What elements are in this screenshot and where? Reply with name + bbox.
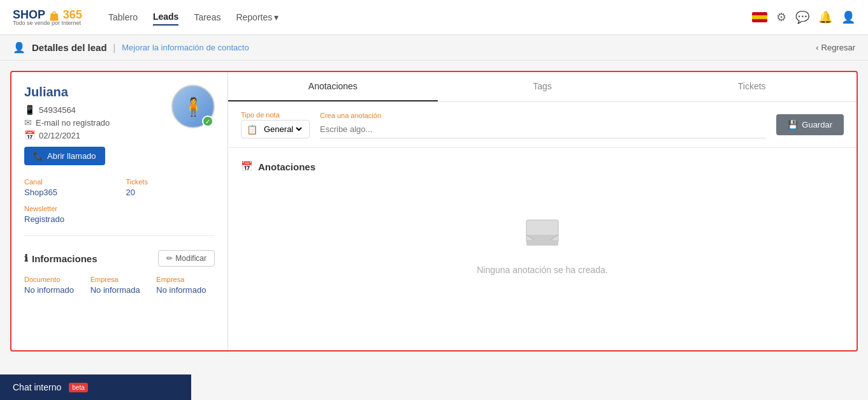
lead-detail-container: Juliana 📱 54934564 ✉ E-mail no registrad… (10, 71, 858, 352)
breadcrumb-bar: 👤 Detalles del lead | Mejorar la informa… (0, 35, 868, 61)
profile-section: Juliana 📱 54934564 ✉ E-mail no registrad… (24, 85, 215, 165)
breadcrumb-user-icon: 👤 (13, 41, 25, 54)
navbar: SHOP 365 Todo se vende por Internet Tabl… (0, 0, 868, 35)
tickets-field: Tickets 20 (126, 178, 215, 197)
chevron-down-icon: ▾ (274, 12, 278, 22)
flag-spain-icon[interactable] (752, 12, 767, 22)
tabs-row: Anotaciones Tags Tickets (228, 72, 857, 102)
informaciones-title: ℹ Informaciones (24, 253, 98, 264)
tipo-nota-select-wrap[interactable]: 📋 General (241, 120, 310, 138)
phone-call-icon: 📞 (33, 151, 43, 161)
canal-label: Canal (24, 178, 113, 186)
newsletter-label: Newsletter (24, 205, 113, 212)
crea-anotacion-group: Crea una anotación (320, 112, 766, 138)
left-panel: Juliana 📱 54934564 ✉ E-mail no registrad… (11, 72, 228, 350)
canal-value: Shop365 (24, 188, 57, 197)
empty-text: Ninguna anotación se ha creada. (477, 265, 607, 275)
note-form-area: Tipo de nota 📋 General Crea una anotació… (228, 102, 857, 148)
main-content: Juliana 📱 54934564 ✉ E-mail no registrad… (0, 61, 868, 362)
calendar-anotaciones-icon: 📅 (241, 161, 253, 172)
tab-anotaciones[interactable]: Anotaciones (228, 72, 438, 101)
avatar-wrap: 🧍 ✓ (171, 85, 215, 128)
modificar-button[interactable]: ✏ Modificar (158, 250, 215, 267)
informaciones-header: ℹ Informaciones ✏ Modificar (24, 250, 215, 267)
nav-tareas[interactable]: Tareas (194, 10, 221, 25)
tipo-nota-label: Tipo de nota (241, 111, 310, 119)
breadcrumb-subtitle[interactable]: Mejorar la información de contacto (122, 43, 249, 52)
nav-tablero[interactable]: Tablero (108, 10, 138, 25)
whatsapp-icon: 📱 (24, 105, 35, 115)
profile-info: Juliana 📱 54934564 ✉ E-mail no registrad… (24, 85, 171, 165)
lead-stats-grid: Canal Shop365 Tickets 20 Newsletter Regi… (24, 178, 215, 224)
anotacion-input[interactable] (320, 121, 766, 138)
user-icon[interactable]: 👤 (841, 10, 855, 24)
email-icon: ✉ (24, 117, 32, 128)
anotaciones-header: 📅 Anotaciones (241, 161, 844, 172)
email-value: E-mail no registrado (36, 118, 110, 128)
date-row: 📅 02/12/2021 (24, 130, 171, 140)
calendar-icon: 📅 (24, 130, 35, 140)
empresa1-value: No informada (90, 285, 140, 295)
chevron-left-icon: ‹ (816, 43, 818, 52)
breadcrumb-left: 👤 Detalles del lead | Mejorar la informa… (13, 41, 249, 54)
avatar-verified-badge: ✓ (202, 115, 213, 127)
documento-field: Documento No informado (24, 276, 83, 295)
nav-leads[interactable]: Leads (153, 9, 178, 26)
empty-inbox-icon (523, 217, 561, 256)
date-value: 02/12/2021 (39, 131, 80, 140)
empresa2-field: Empresa No informado (156, 276, 215, 295)
phone-value: 54934564 (39, 105, 76, 115)
newsletter-field: Newsletter Registrado (24, 205, 113, 224)
tickets-value: 20 (126, 188, 135, 197)
nav-right: ⚙ 💬 🔔 👤 (752, 10, 855, 24)
abrir-llamado-button[interactable]: 📞 Abrir llamado (24, 147, 105, 165)
tickets-label: Tickets (126, 178, 215, 186)
tipo-nota-group: Tipo de nota 📋 General (241, 111, 310, 138)
nav-links: Tablero Leads Tareas Reportes ▾ (108, 9, 733, 26)
email-row: ✉ E-mail no registrado (24, 117, 171, 128)
avatar-figure: 🧍 (182, 96, 205, 117)
logo: SHOP 365 Todo se vende por Internet (13, 8, 89, 26)
empresa2-label: Empresa (156, 276, 215, 283)
divider (24, 235, 215, 236)
info-circle-icon: ℹ (24, 253, 28, 264)
right-panel: Anotaciones Tags Tickets Tipo de nota 📋 … (228, 72, 857, 350)
note-type-icon: 📋 (247, 124, 257, 135)
anotaciones-title: Anotaciones (258, 161, 315, 172)
svg-point-0 (54, 12, 55, 14)
tipo-nota-select[interactable]: General (261, 124, 304, 135)
canal-field: Canal Shop365 (24, 178, 113, 197)
crm-icon[interactable]: ⚙ (776, 10, 786, 24)
anotaciones-content: 📅 Anotaciones Ninguna anotación se ha cr… (228, 148, 857, 350)
empresa2-value: No informado (156, 285, 206, 295)
informaciones-grid: Documento No informado Empresa No inform… (24, 276, 215, 295)
chat-icon[interactable]: 💬 (795, 10, 809, 24)
logo-subtitle: Todo se vende por Internet (13, 20, 82, 26)
documento-value: No informado (24, 285, 74, 295)
informaciones-section: ℹ Informaciones ✏ Modificar Documento No… (24, 248, 215, 295)
bell-icon[interactable]: 🔔 (818, 10, 832, 24)
lead-name: Juliana (24, 85, 171, 100)
nav-reportes[interactable]: Reportes ▾ (236, 10, 278, 25)
breadcrumb-title: Detalles del lead (32, 42, 107, 53)
save-icon: 💾 (788, 120, 798, 130)
tab-tags[interactable]: Tags (438, 72, 647, 101)
svg-rect-2 (526, 240, 558, 246)
documento-label: Documento (24, 276, 83, 283)
empresa1-field: Empresa No informada (90, 276, 149, 295)
tab-tickets[interactable]: Tickets (647, 72, 857, 101)
newsletter-value: Registrado (24, 214, 64, 224)
pencil-icon: ✏ (166, 254, 173, 263)
regresar-button[interactable]: ‹ Regresar (816, 43, 855, 52)
breadcrumb-separator: | (113, 43, 116, 53)
phone-row: 📱 54934564 (24, 105, 171, 115)
empty-state: Ninguna anotación se ha creada. (241, 191, 844, 300)
crea-anotacion-label: Crea una anotación (320, 112, 766, 119)
guardar-button[interactable]: 💾 Guardar (776, 114, 844, 135)
empresa1-label: Empresa (90, 276, 149, 283)
